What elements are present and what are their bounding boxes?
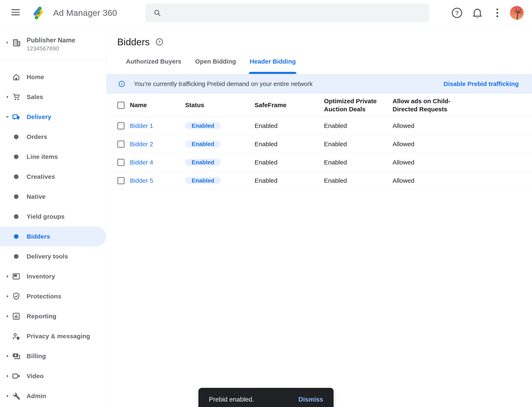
page-help-icon[interactable]: ? [155,38,164,46]
page-title: Bidders [117,36,150,47]
chevron-right-icon [5,373,10,379]
bullet-icon [12,192,21,201]
table-body: Bidder 1EnabledEnabledEnabledAllowedBidd… [106,117,532,190]
toast-dismiss-button[interactable]: Dismiss [298,396,323,403]
app-title: Ad Manager 360 [53,8,117,18]
optimized-private-auction-deals-value: Enabled [324,159,393,166]
row-checkbox[interactable] [117,159,124,166]
sidebar-item-admin[interactable]: Admin [0,386,106,406]
status-badge: Enabled [185,141,221,148]
main-content: Bidders ? Authorized BuyersOpen BiddingH… [106,26,532,407]
more-options-icon[interactable] [491,7,504,19]
status-badge: Enabled [185,122,221,129]
sidebar-item-protections[interactable]: Protections [0,286,106,306]
bidder-name-link[interactable]: Bidder 1 [130,122,153,129]
building-icon [12,38,22,48]
sidebar-item-delivery[interactable]: Delivery [0,107,106,127]
help-icon[interactable]: ? [451,7,463,19]
sidebar-item-inventory[interactable]: Inventory [0,266,106,286]
sidebar-item-label: Reporting [27,313,56,320]
sidebar-item-home[interactable]: Home [0,67,106,87]
sidebar-item-label: Privacy & messaging [27,333,90,340]
safeframe-value: Enabled [255,177,324,184]
sidebar-item-sales[interactable]: Sales [0,87,106,107]
bidder-name-link[interactable]: Bidder 5 [130,177,153,184]
chevron-right-icon [5,274,10,279]
sidebar-item-label: Delivery [27,113,51,120]
tab-authorized-buyers[interactable]: Authorized Buyers [121,49,187,74]
optimized-private-auction-deals-value: Enabled [324,141,393,148]
row-checkbox[interactable] [117,141,124,148]
bullet-icon [12,212,21,221]
bullet-icon [12,232,21,241]
status-badge: Enabled [185,159,221,166]
admin-icon [12,391,21,400]
sidebar-item-label: Home [27,73,44,81]
optimized-private-auction-deals-value: Enabled [324,122,393,129]
sidebar-item-native[interactable]: Native [0,187,106,207]
select-all-checkbox[interactable] [117,102,124,109]
disable-prebid-trafficking-link[interactable]: Disable Prebid trafficking [443,80,519,87]
tab-header-bidding[interactable]: Header Bidding [244,49,301,74]
chevron-right-icon [5,293,10,299]
report-icon [12,312,21,321]
bullet-icon [12,252,21,261]
sidebar-item-billing[interactable]: Billing [0,346,106,366]
cart-icon [12,92,21,102]
chevron-right-icon [5,40,10,45]
sidebar-item-delivery-tools[interactable]: Delivery tools [0,246,106,266]
sidebar-item-creatives[interactable]: Creatives [0,167,106,187]
svg-text:?: ? [158,40,161,44]
bullet-icon [12,172,21,181]
publisher-switcher[interactable]: Publisher Name 1234567890 [0,26,106,60]
bullet-icon [12,132,21,141]
column-header-allow-ads-child-directed: Allow ads on Child-Directed Requests [393,97,451,113]
menu-icon[interactable] [11,9,20,17]
row-checkbox[interactable] [117,122,124,129]
sidebar-item-video[interactable]: Video [0,366,106,386]
tab-open-bidding[interactable]: Open Bidding [190,49,242,74]
status-badge: Enabled [185,177,221,184]
search-icon [153,8,162,17]
sidebar-item-yield-groups[interactable]: Yield groups [0,207,106,227]
chevron-right-icon [5,313,10,319]
sidebar-item-label: Sales [27,94,43,101]
sidebar-nav: HomeSalesDeliveryOrdersLine itemsCreativ… [0,60,106,406]
column-header-safeframe: SafeFrame [255,101,313,109]
child-directed-value: Allowed [393,159,532,166]
home-icon [12,72,21,82]
info-icon [118,80,126,88]
sidebar-item-label: Video [27,373,44,380]
sidebar-item-orders[interactable]: Orders [0,127,106,147]
safeframe-value: Enabled [255,122,324,129]
sidebar-item-label: Protections [27,293,61,300]
optimized-private-auction-deals-value: Enabled [324,177,393,184]
chevron-right-icon [5,353,10,359]
bidder-name-link[interactable]: Bidder 2 [130,141,153,148]
tab-bar: Authorized BuyersOpen BiddingHeader Bidd… [106,49,532,74]
sidebar-item-line-items[interactable]: Line items [0,147,106,167]
toast: Prebid enabled. Dismiss [198,388,334,407]
bidder-name-link[interactable]: Bidder 4 [130,159,153,166]
search-input[interactable] [168,9,423,17]
bidders-table: Name Status SafeFrame Optimized Private … [106,94,532,190]
inventory-icon [12,272,21,281]
sidebar-item-label: Line items [27,153,58,160]
sidebar-item-label: Creatives [27,173,55,180]
account-avatar[interactable] [510,6,524,20]
sidebar-item-label: Inventory [27,273,55,280]
column-header-name: Name [130,101,185,109]
billing-icon [12,352,21,361]
video-icon [12,371,21,381]
sidebar-item-label: Native [27,193,46,200]
sidebar: Publisher Name 1234567890 HomeSalesDeliv… [0,26,106,407]
sidebar-item-label: Delivery tools [27,253,68,260]
sidebar-item-reporting[interactable]: Reporting [0,306,106,326]
notifications-icon[interactable] [471,7,484,19]
global-search-bar[interactable] [145,4,429,22]
row-checkbox[interactable] [117,177,124,184]
sidebar-item-bidders[interactable]: Bidders [0,227,106,246]
sidebar-item-label: Yield groups [27,213,65,220]
sidebar-item-privacy-messaging[interactable]: Privacy & messaging [0,326,106,346]
child-directed-value: Allowed [393,177,532,184]
